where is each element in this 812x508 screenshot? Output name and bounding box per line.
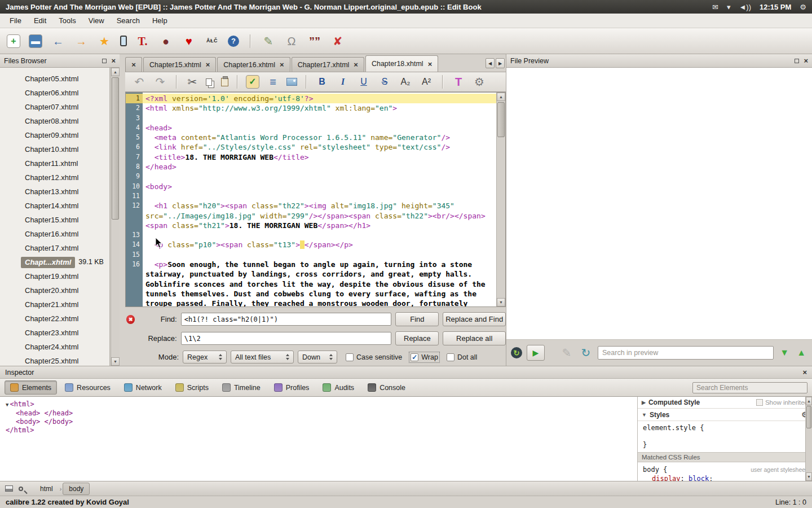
network-icon[interactable]: ▾ (727, 3, 731, 11)
code-line-13[interactable]: 13 (126, 230, 496, 240)
menu-edit[interactable]: Edit (28, 14, 52, 28)
file-item[interactable]: Chapter25.xhtml (0, 353, 109, 366)
file-item[interactable]: Chapter07.xhtml (0, 99, 109, 113)
editor-tab-chapter18[interactable]: Chapter18.xhtml× (365, 55, 438, 72)
computed-style-section[interactable]: ▶ Computed Style Show inherited (638, 397, 812, 409)
code-line-10[interactable]: 10<body> (126, 182, 496, 191)
file-item[interactable]: Chapter17.xhtml (0, 240, 109, 255)
spellcheck-icon[interactable]: ÅŁČ (205, 34, 219, 49)
replace-button[interactable]: Replace (395, 331, 439, 345)
scroll-down-icon[interactable]: ▼ (497, 298, 505, 306)
menu-help[interactable]: Help (146, 14, 174, 28)
element-style-block[interactable]: element.style { } (638, 421, 812, 452)
undock-panel-icon[interactable] (102, 57, 107, 65)
scroll-up-icon[interactable]: ▲ (111, 68, 120, 76)
scroll-up-icon[interactable]: ▲ (497, 93, 505, 101)
editor-settings-icon[interactable]: ⚙ (472, 75, 487, 89)
tabs-scroll-left-icon[interactable]: ◀ (486, 58, 495, 68)
css-property[interactable]: display: block; (643, 474, 807, 481)
code-line-14[interactable]: 14 <p class="p10"><span class="t13"> </s… (126, 240, 496, 249)
styles-section[interactable]: ▼ Styles ⚙ (638, 409, 812, 421)
inspector-tab-console[interactable]: Console (362, 380, 411, 395)
inspector-tab-profiles[interactable]: Profiles (268, 380, 315, 395)
inspector-tab-resources[interactable]: Resources (59, 380, 116, 395)
underline-icon[interactable]: U (356, 75, 371, 89)
css-rules-icon[interactable]: ≡ (266, 75, 280, 89)
subscript-icon[interactable]: A₂ (398, 75, 413, 89)
titlebar[interactable]: James Potter And The Morrigan Web [EPUB]… (0, 0, 812, 14)
special-char-icon[interactable]: Ω (284, 34, 299, 49)
code-line-4[interactable]: 4<head> (126, 123, 496, 133)
tab-close-icon[interactable]: × (131, 61, 136, 68)
copy-icon[interactable] (206, 78, 212, 86)
file-item[interactable]: Chapter24.xhtml (0, 339, 109, 353)
find-input[interactable] (181, 313, 392, 326)
menu-tools[interactable]: Tools (52, 14, 82, 28)
dom-node[interactable]: <body> </body> (2, 418, 635, 426)
file-item[interactable]: Chapter12.xhtml (0, 170, 109, 184)
file-item[interactable]: Chapter19.xhtml (0, 269, 109, 283)
code-text[interactable]: <p>Soon enough, the tunnel began to angl… (143, 260, 496, 307)
code-text[interactable]: <h1 class="h20"><span class="th22"><img … (143, 201, 496, 230)
dom-node[interactable]: <head> </head> (2, 409, 635, 418)
code-text[interactable]: <body> (143, 182, 496, 191)
code-editor[interactable]: 1<?xml version='1.0' encoding='utf-8'?>2… (125, 92, 506, 307)
case-sensitive-checkbox[interactable]: Case sensitive (346, 353, 402, 361)
redo-icon[interactable]: ↷ (153, 75, 167, 89)
italic-icon[interactable]: I (336, 75, 350, 89)
inspector-tab-scripts[interactable]: Scripts (170, 380, 214, 395)
dom-node[interactable]: </html> (2, 426, 635, 435)
scroll-up-icon[interactable]: ▲ (806, 397, 812, 405)
file-item[interactable]: Chapt...xhtml39.1 KB (0, 255, 109, 269)
scope-select[interactable]: All text files (231, 351, 294, 364)
back-icon[interactable]: ← (51, 34, 65, 49)
file-item[interactable]: Chapter20.xhtml (0, 283, 109, 297)
files-scrollbar[interactable]: ▲ ▼ (111, 68, 120, 366)
replace-all-button[interactable]: Replace all (443, 331, 506, 345)
file-item[interactable]: Chapter21.xhtml (0, 297, 109, 311)
file-item[interactable]: Chapter08.xhtml (0, 113, 109, 128)
strikethrough-icon[interactable]: S (377, 75, 392, 89)
code-line-2[interactable]: 2<html xmlns="http://www.w3.org/1999/xht… (126, 103, 496, 113)
editor-tab-chapter17[interactable]: Chapter17.xhtml× (292, 57, 364, 72)
rule-selector[interactable]: body { (643, 465, 667, 474)
dom-node[interactable]: ▼<html> (2, 400, 635, 409)
settings-icon[interactable]: ⚙ (800, 3, 806, 11)
save-icon[interactable]: ▬ (29, 34, 42, 48)
inspector-tab-elements[interactable]: Elements (5, 380, 57, 395)
code-text[interactable]: <p class="p10"><span class="t13"> </span… (143, 240, 496, 249)
file-item[interactable]: Chapter15.xhtml (0, 212, 109, 226)
close-panel-icon[interactable]: × (111, 57, 116, 64)
tab-close-icon[interactable]: × (280, 61, 284, 68)
code-text[interactable]: <link href="../Styles/style.css" rel="st… (143, 142, 496, 152)
scroll-thumb[interactable] (497, 102, 505, 137)
tabs-scroll-right-icon[interactable]: ▶ (496, 58, 505, 68)
undock-panel-icon[interactable] (795, 57, 799, 65)
new-file-icon[interactable]: + (7, 34, 20, 48)
code-lines[interactable]: 1<?xml version='1.0' encoding='utf-8'?>2… (126, 94, 496, 306)
replace-input[interactable] (181, 332, 392, 345)
scroll-thumb[interactable] (806, 406, 811, 428)
crumb-body[interactable]: body (63, 483, 90, 495)
code-line-15[interactable]: 15 (126, 250, 496, 260)
paste-icon[interactable] (221, 78, 228, 86)
forward-icon[interactable]: → (74, 34, 89, 49)
menu-file[interactable]: File (3, 14, 28, 28)
code-text[interactable]: <title>18. THE MORRIGAN WEB</title> (143, 152, 496, 162)
code-text[interactable]: <head> (143, 123, 496, 133)
code-text[interactable]: <?xml version='1.0' encoding='utf-8'?> (143, 94, 496, 103)
code-text[interactable]: <meta content="Atlantis Word Processor 1… (143, 133, 496, 142)
code-text[interactable] (143, 250, 496, 260)
styles-scrollbar[interactable]: ▲ ▼ (805, 397, 812, 481)
code-line-7[interactable]: 7 <title>18. THE MORRIGAN WEB</title> (126, 152, 496, 162)
superscript-icon[interactable]: A² (419, 75, 434, 89)
inspector-tab-audits[interactable]: Audits (317, 380, 360, 395)
wrap-checkbox[interactable]: ✓ Wrap (411, 353, 438, 361)
file-item[interactable]: Chapter11.xhtml (0, 156, 109, 170)
find-button[interactable]: Find (395, 312, 439, 326)
show-inherited-checkbox[interactable]: Show inherited (756, 399, 808, 406)
scroll-down-icon[interactable]: ▼ (111, 357, 120, 366)
inspector-tab-timeline[interactable]: Timeline (217, 380, 266, 395)
search-icon[interactable] (19, 487, 23, 491)
file-item[interactable]: Chapter09.xhtml (0, 128, 109, 142)
